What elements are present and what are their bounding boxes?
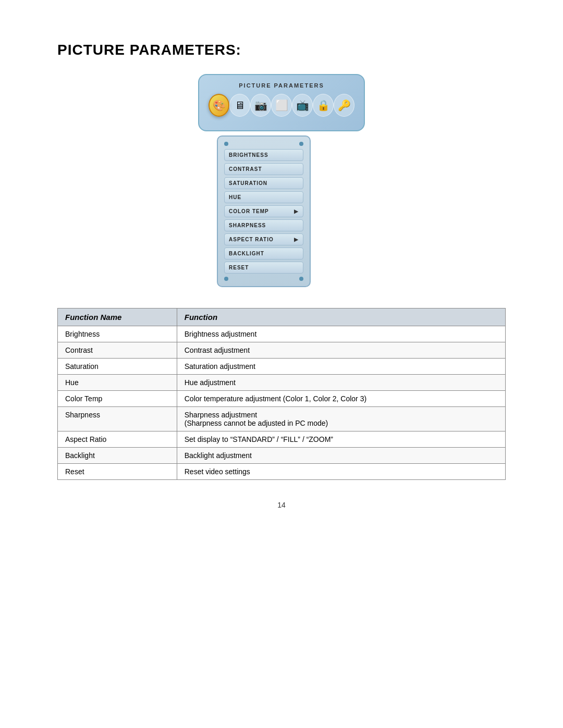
color-wheel-icon[interactable]: 🎨	[209, 94, 229, 117]
function-desc-aspect-ratio: Set display to “STANDARD” / “FILL” / “ZO…	[177, 431, 505, 448]
menu-item-reset[interactable]: RESET	[224, 262, 303, 274]
menu-item-aspect-ratio[interactable]: ASPECT RATIO ▶	[224, 233, 303, 245]
aspect-icon[interactable]: 📺	[292, 94, 313, 117]
function-table: Function Name Function Brightness Bright…	[57, 308, 506, 480]
table-row: Sharpness Sharpness adjustment(Sharpness…	[58, 407, 506, 431]
function-name-saturation: Saturation	[58, 359, 177, 375]
page-title: PICTURE PARAMETERS:	[57, 42, 506, 58]
menu-item-brightness[interactable]: BRIGHTNESS	[224, 149, 303, 161]
function-name-sharpness: Sharpness	[58, 407, 177, 431]
table-row: Reset Reset video settings	[58, 464, 506, 480]
submenu-dots-bottom	[224, 277, 303, 281]
submenu-dots-top	[224, 142, 303, 146]
menu-item-sharpness[interactable]: SHARPNESS	[224, 219, 303, 231]
function-name-hue: Hue	[58, 375, 177, 391]
table-row: Color Temp Color temperature adjustment …	[58, 391, 506, 407]
submenu-panel: BRIGHTNESS CONTRAST SATURATION HUE COLOR…	[217, 135, 311, 287]
table-row: Backlight Backlight adjustment	[58, 448, 506, 464]
table-row: Contrast Contrast adjustment	[58, 342, 506, 359]
function-desc-contrast: Contrast adjustment	[177, 342, 505, 359]
icons-row: 🎨 🖥 📷 ⬜ 📺 🔒 🔑	[209, 94, 354, 117]
tv-settings-icon[interactable]: 🖥	[229, 94, 250, 117]
table-row: Hue Hue adjustment	[58, 375, 506, 391]
col-header-function-name: Function Name	[58, 309, 177, 326]
menu-item-color-temp[interactable]: COLOR TEMP ▶	[224, 205, 303, 217]
function-desc-hue: Hue adjustment	[177, 375, 505, 391]
function-name-contrast: Contrast	[58, 342, 177, 359]
function-desc-saturation: Saturation adjustment	[177, 359, 505, 375]
function-desc-sharpness: Sharpness adjustment(Sharpness cannot be…	[177, 407, 505, 431]
function-name-aspect-ratio: Aspect Ratio	[58, 431, 177, 448]
table-row: Brightness Brightness adjustment	[58, 326, 506, 342]
dot-top-right	[299, 142, 303, 146]
display-icon[interactable]: ⬜	[271, 94, 292, 117]
function-name-color-temp: Color Temp	[58, 391, 177, 407]
menu-panel-title: PICTURE PARAMETERS	[209, 82, 354, 89]
function-desc-brightness: Brightness adjustment	[177, 326, 505, 342]
page-container: PICTURE PARAMETERS: PICTURE PARAMETERS 🎨…	[57, 0, 506, 540]
function-desc-backlight: Backlight adjustment	[177, 448, 505, 464]
menu-item-contrast[interactable]: CONTRAST	[224, 163, 303, 175]
menu-screenshot: PICTURE PARAMETERS 🎨 🖥 📷 ⬜ 📺 🔒 🔑	[57, 74, 506, 287]
function-name-backlight: Backlight	[58, 448, 177, 464]
dot-bottom-left	[224, 277, 228, 281]
table-row: Aspect Ratio Set display to “STANDARD” /…	[58, 431, 506, 448]
aspect-ratio-arrow: ▶	[294, 237, 299, 242]
table-row: Saturation Saturation adjustment	[58, 359, 506, 375]
dot-bottom-right	[299, 277, 303, 281]
dot-top-left	[224, 142, 228, 146]
page-number: 14	[57, 501, 506, 509]
function-name-reset: Reset	[58, 464, 177, 480]
menu-item-saturation[interactable]: SATURATION	[224, 177, 303, 189]
color-temp-arrow: ▶	[294, 208, 299, 214]
col-header-function: Function	[177, 309, 505, 326]
menu-item-backlight[interactable]: BACKLIGHT	[224, 248, 303, 260]
function-desc-color-temp: Color temperature adjustment (Color 1, C…	[177, 391, 505, 407]
key-icon[interactable]: 🔑	[334, 94, 354, 117]
menu-item-hue[interactable]: HUE	[224, 191, 303, 203]
lock-icon[interactable]: 🔒	[313, 94, 334, 117]
function-desc-reset: Reset video settings	[177, 464, 505, 480]
camera-icon[interactable]: 📷	[250, 94, 271, 117]
menu-panel: PICTURE PARAMETERS 🎨 🖥 📷 ⬜ 📺 🔒 🔑	[198, 74, 365, 131]
function-name-brightness: Brightness	[58, 326, 177, 342]
